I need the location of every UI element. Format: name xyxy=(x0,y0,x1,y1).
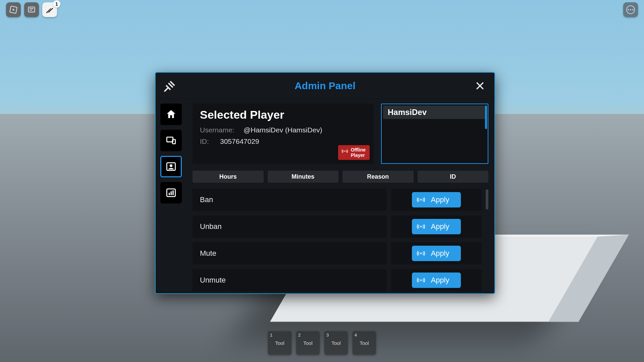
broadcast-icon xyxy=(417,222,425,231)
svg-point-10 xyxy=(170,164,173,167)
swords-icon xyxy=(45,5,54,14)
hotbar-slot[interactable]: 2 Tool xyxy=(296,331,320,355)
apply-button[interactable]: Apply xyxy=(412,246,461,261)
action-apply-cell: Apply xyxy=(391,242,482,264)
sidebar-players[interactable] xyxy=(160,156,182,177)
action-row-unban: Unban Apply xyxy=(193,216,488,238)
action-label: Unmute xyxy=(193,269,386,291)
topbar-left: 1 xyxy=(6,2,57,17)
tools-button[interactable]: 1 xyxy=(42,2,57,17)
broadcast-icon xyxy=(417,276,425,285)
selected-player-heading: Selected Player xyxy=(200,108,368,121)
action-label: Mute xyxy=(193,242,386,264)
apply-button-label: Apply xyxy=(431,249,449,257)
upper-row: Selected Player Username: @HamsiDev (Ham… xyxy=(193,104,488,164)
broadcast-icon xyxy=(341,148,348,155)
user-card-icon xyxy=(165,161,177,172)
svg-point-19 xyxy=(420,280,422,281)
id-label: ID: xyxy=(200,137,220,145)
panel-title: Admin Panel xyxy=(156,80,494,92)
sidebar-devices[interactable] xyxy=(160,130,182,151)
hotbar-slot-label: Tool xyxy=(331,340,341,346)
svg-rect-14 xyxy=(172,190,174,195)
action-label: Unban xyxy=(193,216,386,238)
filter-row: Hours Minutes Reason ID xyxy=(193,171,488,183)
panel-body: Selected Player Username: @HamsiDev (Ham… xyxy=(156,99,494,293)
id-row: ID: 3057647029 xyxy=(200,137,368,145)
svg-rect-13 xyxy=(171,191,172,195)
player-list-item[interactable]: HamsiDev xyxy=(383,106,486,119)
apply-button[interactable]: Apply xyxy=(412,192,461,207)
chat-icon xyxy=(27,5,36,14)
action-apply-cell: Apply xyxy=(391,269,482,291)
devices-icon xyxy=(165,135,177,146)
apply-button-label: Apply xyxy=(431,222,449,231)
gavel-icon xyxy=(163,79,177,93)
roblox-icon xyxy=(9,5,18,14)
apply-button-label: Apply xyxy=(431,195,449,204)
filter-hours[interactable]: Hours xyxy=(193,171,264,183)
action-label: Ban xyxy=(193,189,386,211)
chat-button[interactable] xyxy=(24,2,39,17)
offline-badge-text: Offline Player xyxy=(351,147,366,158)
chart-icon xyxy=(165,187,177,198)
svg-point-6 xyxy=(52,8,53,9)
username-value: @HamsiDev (HamsiDev) xyxy=(244,126,322,134)
filter-minutes[interactable]: Minutes xyxy=(268,171,339,183)
action-list: Ban Apply Unban Apply xyxy=(193,189,488,293)
hotbar: 1 Tool 2 Tool 3 Tool 4 Tool xyxy=(268,331,376,355)
hotbar-slot-number: 1 xyxy=(270,333,272,338)
hotbar-slot-number: 4 xyxy=(355,333,357,338)
apply-button-label: Apply xyxy=(431,276,449,284)
more-menu-button[interactable] xyxy=(623,2,638,17)
more-icon xyxy=(626,5,635,14)
svg-rect-12 xyxy=(169,193,170,195)
topbar-right xyxy=(623,2,638,17)
hotbar-slot[interactable]: 1 Tool xyxy=(268,331,291,355)
admin-panel: Admin Panel Selected Player xyxy=(155,72,495,294)
apply-button[interactable]: Apply xyxy=(412,273,461,288)
svg-point-17 xyxy=(420,226,422,227)
action-row-ban: Ban Apply xyxy=(193,189,488,211)
panel-sidebar xyxy=(156,99,184,293)
action-apply-cell: Apply xyxy=(391,216,482,238)
player-list[interactable]: HamsiDev xyxy=(381,104,488,164)
hotbar-slot-label: Tool xyxy=(275,340,284,346)
username-row: Username: @HamsiDev (HamsiDev) xyxy=(200,126,368,134)
hotbar-slot[interactable]: 4 Tool xyxy=(353,331,376,355)
offline-player-button[interactable]: Offline Player xyxy=(338,145,370,160)
action-apply-cell: Apply xyxy=(391,189,482,211)
hotbar-slot-number: 3 xyxy=(326,333,329,338)
svg-rect-1 xyxy=(12,9,14,11)
filter-id[interactable]: ID xyxy=(418,171,489,183)
selected-player-card: Selected Player Username: @HamsiDev (Ham… xyxy=(193,104,374,164)
svg-rect-2 xyxy=(29,7,35,12)
filter-reason[interactable]: Reason xyxy=(342,171,414,183)
svg-rect-8 xyxy=(172,139,175,144)
hotbar-slot-label: Tool xyxy=(303,340,313,346)
svg-point-16 xyxy=(420,199,422,200)
sidebar-home[interactable] xyxy=(160,104,182,125)
action-row-unmute: Unmute Apply xyxy=(193,269,488,291)
broadcast-icon xyxy=(417,195,425,204)
roblox-menu-button[interactable] xyxy=(6,2,21,17)
action-row-mute: Mute Apply xyxy=(193,242,488,264)
hotbar-slot-number: 2 xyxy=(298,333,301,338)
username-label: Username: xyxy=(200,126,244,134)
sidebar-stats[interactable] xyxy=(160,182,182,203)
id-value: 3057647029 xyxy=(220,137,259,145)
action-list-scrollbar[interactable] xyxy=(486,189,488,209)
panel-content: Selected Player Username: @HamsiDev (Ham… xyxy=(184,99,494,293)
broadcast-icon xyxy=(417,249,425,258)
apply-button[interactable]: Apply xyxy=(412,219,461,234)
hotbar-slot-label: Tool xyxy=(360,340,369,346)
close-icon xyxy=(475,81,485,91)
player-list-scrollbar[interactable] xyxy=(485,106,487,129)
svg-point-5 xyxy=(46,12,48,13)
svg-point-15 xyxy=(344,150,345,152)
tools-badge: 1 xyxy=(53,0,60,8)
svg-point-18 xyxy=(420,253,422,254)
close-button[interactable] xyxy=(473,79,487,93)
hotbar-slot[interactable]: 3 Tool xyxy=(324,331,348,355)
panel-header: Admin Panel xyxy=(156,73,494,99)
